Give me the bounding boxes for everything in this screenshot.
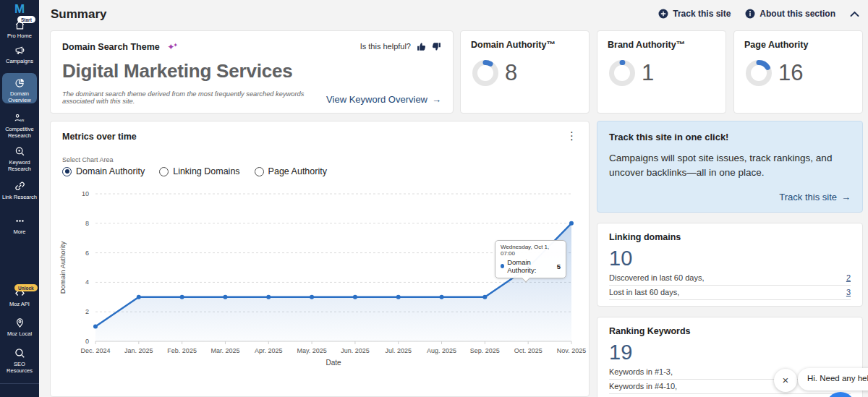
svg-text:Dec. 2024: Dec. 2024: [80, 347, 110, 354]
info-circle-icon: [745, 9, 755, 19]
svg-text:Domain Authority: Domain Authority: [59, 242, 67, 294]
header-actions: Track this site About this section: [658, 9, 859, 19]
search-icon: [0, 348, 39, 359]
page-title: Summary: [51, 7, 106, 22]
keyword-magnifier-icon: [0, 146, 39, 158]
linking-domains-value-link[interactable]: 2: [846, 273, 851, 282]
metrics-chart: 0246810Dec. 2024Jan. 2025Feb. 2025Mar. 2…: [56, 188, 592, 369]
svg-text:Nov. 2025: Nov. 2025: [557, 347, 586, 354]
helpful-label: Is this helpful?: [360, 42, 411, 51]
chat-message-bubble[interactable]: Hi. Need any help?: [798, 368, 868, 390]
svg-text:Feb. 2025: Feb. 2025: [167, 347, 197, 354]
sidebar-item-more[interactable]: More: [0, 215, 39, 235]
sidebar-item-campaigns[interactable]: Campaigns: [0, 45, 39, 64]
domain-search-theme-value: Digital Marketing Services: [62, 60, 441, 82]
radio-domain-authority[interactable]: Domain Authority: [62, 166, 145, 176]
thumb-down-icon[interactable]: [432, 42, 441, 51]
svg-text:Mar. 2025: Mar. 2025: [210, 347, 239, 354]
map-pin-icon: [0, 317, 39, 329]
collapse-chevron-icon[interactable]: [850, 11, 859, 17]
brand-authority-card: Brand Authority™ 1: [597, 30, 726, 114]
metrics-title: Metrics over time: [62, 132, 137, 142]
moz-logo[interactable]: M: [0, 2, 39, 17]
app-root: M Pro HomeStartCampaignsDomain Overviewv…: [0, 0, 868, 397]
sidebar-item-link-research[interactable]: Link Research: [0, 181, 39, 200]
svg-text:vs: vs: [20, 118, 25, 122]
brand-authority-value: 1: [642, 60, 654, 86]
page-authority-card: Page Authority 16: [733, 30, 863, 114]
radio-circle-icon: [255, 167, 264, 176]
theme-card-title: Domain Search Theme: [62, 42, 160, 52]
sidebar-divider: [0, 383, 39, 384]
pie-chart-icon: [2, 77, 37, 89]
svg-text:6: 6: [85, 249, 89, 257]
linking-domains-value-link[interactable]: 3: [846, 288, 851, 296]
page-authority-donut: [744, 59, 773, 87]
domain-authority-card: Domain Authority™ 8: [460, 30, 590, 114]
thumb-up-icon[interactable]: [417, 42, 426, 51]
vs-person-icon: vs: [0, 113, 39, 124]
kebab-menu-icon[interactable]: ⋮: [566, 130, 577, 141]
brand-authority-donut: [608, 59, 637, 87]
chart-tooltip: Wednesday, Oct 1, 07:00 Domain Authority…: [495, 240, 566, 278]
brand-authority-label: Brand Authority™: [608, 40, 715, 50]
svg-text:Apr. 2025: Apr. 2025: [255, 347, 283, 354]
track-site-promo-card: Track this site in one click! Campaigns …: [597, 121, 863, 213]
svg-text:Jun. 2025: Jun. 2025: [341, 347, 370, 354]
svg-text:Date: Date: [326, 359, 341, 367]
linking-domains-card: Linking domains 10 Discovered in last 60…: [597, 223, 863, 307]
radio-linking-domains[interactable]: Linking Domains: [159, 166, 239, 176]
ranking-keywords-title: Ranking Keywords: [609, 326, 851, 336]
radio-circle-icon: [159, 167, 169, 176]
ranking-keywords-total: 19: [609, 341, 851, 364]
view-keyword-overview-link[interactable]: View Keyword Overview→: [326, 94, 441, 105]
svg-text:Sep. 2025: Sep. 2025: [470, 347, 500, 354]
unlock-badge: Unlock: [14, 284, 38, 291]
sidebar-item-domain-overview[interactable]: Domain Overview: [2, 73, 37, 103]
about-this-section-button[interactable]: About this section: [745, 9, 835, 19]
series-dot-icon: [501, 264, 504, 268]
radio-page-authority[interactable]: Page Authority: [255, 166, 327, 176]
about-this-section-label: About this section: [760, 9, 835, 19]
svg-text:8: 8: [85, 220, 89, 227]
theme-caption: The dominant search theme derived from t…: [62, 90, 326, 105]
svg-text:4: 4: [85, 278, 89, 286]
svg-text:2: 2: [85, 308, 89, 315]
sidebar-item-pro-home[interactable]: Pro HomeStart: [0, 20, 39, 39]
ellipsis-icon: [0, 215, 39, 227]
chat-close-button[interactable]: ×: [774, 369, 797, 392]
sidebar-item-moz-api[interactable]: Moz APIUnlock: [0, 288, 39, 307]
svg-text:Oct. 2025: Oct. 2025: [514, 347, 542, 354]
svg-text:May. 2025: May. 2025: [297, 347, 326, 354]
chart-area-radio-group: Domain AuthorityLinking DomainsPage Auth…: [62, 166, 327, 176]
svg-text:Aug. 2025: Aug. 2025: [427, 347, 456, 354]
domain-authority-value: 8: [505, 60, 517, 86]
track-this-site-link[interactable]: Track this site→: [779, 192, 851, 202]
track-this-site-button[interactable]: Track this site: [658, 9, 731, 19]
page-authority-label: Page Authority: [744, 40, 852, 50]
domain-search-theme-card: Domain Search Theme ✦✦ Is this helpful? …: [50, 30, 454, 114]
select-chart-area-label: Select Chart Area: [62, 156, 114, 163]
sidebar-item-seo-resources[interactable]: SEO Resources: [0, 348, 39, 374]
sidebar-item-moz-local[interactable]: Moz Local: [0, 317, 39, 337]
chain-link-icon: [0, 181, 39, 192]
start-badge: Start: [17, 16, 35, 23]
radio-circle-icon: [62, 167, 72, 176]
svg-text:Jan. 2025: Jan. 2025: [124, 347, 153, 354]
megaphone-icon: [0, 45, 39, 56]
arrow-right-icon: →: [841, 192, 851, 202]
linking-domains-title: Linking domains: [609, 232, 851, 242]
arrow-right-icon: →: [432, 94, 441, 105]
domain-authority-donut: [471, 59, 500, 87]
track-card-title: Track this site in one click!: [609, 132, 851, 142]
domain-authority-label: Domain Authority™: [471, 40, 579, 50]
track-card-body: Campaigns will spot site issues, track r…: [609, 151, 851, 179]
sidebar-item-keyword-research[interactable]: Keyword Research: [0, 146, 39, 172]
svg-text:Jul. 2025: Jul. 2025: [385, 347, 412, 354]
page-authority-value: 16: [778, 60, 803, 86]
metrics-over-time-card: Metrics over time ⋮ Select Chart Area Do…: [50, 121, 590, 397]
svg-text:10: 10: [82, 190, 89, 197]
sidebar-item-competitive-research[interactable]: vsCompetitive Research: [0, 113, 39, 139]
linking-domains-row: Discovered in last 60 days,2: [609, 271, 851, 286]
svg-text:0: 0: [85, 338, 89, 345]
